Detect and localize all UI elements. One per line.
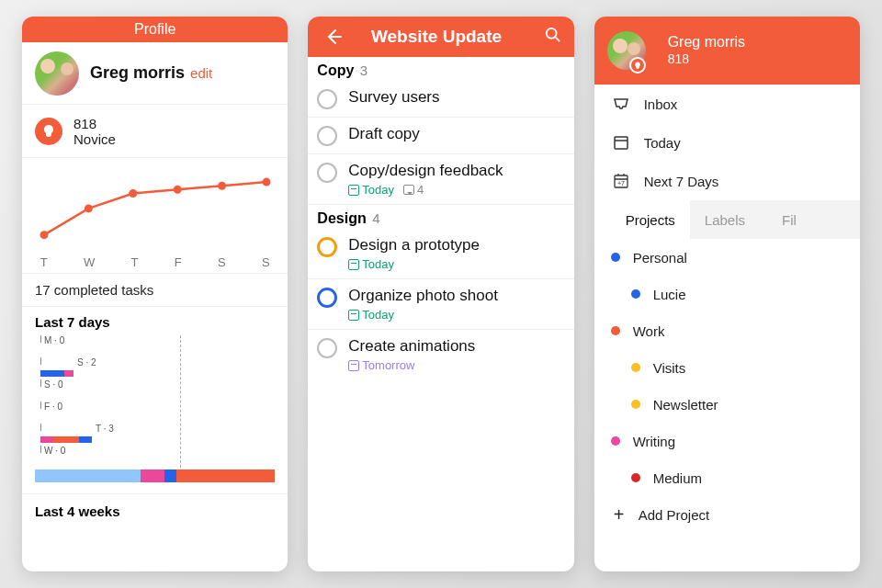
avatar[interactable]: [35, 51, 79, 96]
nav-label: Inbox: [644, 96, 678, 112]
section-header[interactable]: Design 4: [308, 205, 573, 229]
task-name: Organize photo shoot: [348, 287, 562, 305]
plus-icon: +: [611, 504, 628, 526]
section-header[interactable]: Copy 3: [308, 57, 573, 81]
day-bar-label: M · 0: [44, 335, 64, 345]
svg-point-1: [85, 204, 93, 212]
task-checkbox[interactable]: [317, 338, 337, 358]
project-color-dot: [631, 289, 640, 299]
nav-next7[interactable]: +7 Next 7 Days: [594, 162, 860, 200]
day-bar-label: T · 3: [96, 424, 114, 434]
task-checkbox[interactable]: [317, 237, 337, 257]
calendar-icon: [348, 185, 359, 196]
axis-tick: S: [262, 255, 270, 269]
karma-row[interactable]: 818 Novice: [22, 105, 288, 158]
project-item[interactable]: Medium: [594, 459, 860, 496]
day-bar-row: S · 0: [35, 379, 275, 400]
day-bar-label: S · 0: [44, 379, 63, 390]
due-badge: Today: [348, 308, 394, 322]
task-row[interactable]: Draft copy: [308, 118, 573, 154]
bulb-icon: [35, 118, 62, 145]
day-bar-row: T · 3: [35, 424, 275, 444]
karma-line-chart: TWTFSS: [22, 158, 288, 274]
comment-icon: [403, 185, 414, 195]
project-color-dot: [611, 436, 620, 446]
tab-filters[interactable]: Fil: [782, 212, 797, 228]
tab-projects[interactable]: Projects: [611, 200, 690, 239]
project-item[interactable]: Personal: [594, 239, 860, 276]
profile-screen: Profile Greg morris edit 818 Novice TWTF…: [22, 17, 288, 571]
menu-user-name: Greg morris: [668, 34, 745, 51]
total-bar: [35, 469, 275, 484]
task-checkbox[interactable]: [317, 163, 337, 183]
add-project-label: Add Project: [639, 507, 710, 523]
axis-tick: T: [130, 255, 138, 269]
karma-badge: [629, 57, 646, 74]
task-name: Design a prototype: [348, 236, 562, 254]
task-row[interactable]: Survey users: [308, 81, 573, 118]
axis-tick: W: [84, 255, 95, 269]
karma-level: Novice: [74, 131, 116, 147]
calendar-icon: [348, 310, 359, 321]
nav-today[interactable]: Today: [594, 123, 860, 162]
project-screen: Website Update Copy 3 Survey users Draft…: [308, 17, 573, 571]
nav-label: Next 7 Days: [644, 174, 719, 189]
day-bar-row: S · 2: [35, 357, 275, 378]
task-row[interactable]: Copy/design feedback Today4: [308, 154, 573, 205]
last-7-days-section: Last 7 days M · 0S · 2S · 0F · 0T · 3W ·…: [22, 307, 288, 494]
project-color-dot: [611, 253, 620, 262]
project-item[interactable]: Work: [594, 312, 860, 349]
task-row[interactable]: Organize photo shoot Today: [308, 279, 573, 330]
project-header: Website Update: [308, 17, 573, 57]
project-color-dot: [611, 326, 620, 335]
add-project-button[interactable]: + Add Project: [594, 496, 860, 533]
karma-score: 818: [74, 116, 116, 131]
due-badge: Today: [348, 257, 394, 271]
search-icon: [545, 27, 561, 43]
task-checkbox[interactable]: [317, 288, 337, 308]
completed-tasks-text: 17 completed tasks: [22, 274, 288, 307]
profile-title: Profile: [134, 21, 175, 38]
project-name: Newsletter: [653, 397, 718, 413]
due-badge: Tomorrow: [348, 358, 414, 372]
profile-header: Profile: [22, 17, 288, 42]
calendar-7-icon: +7: [611, 174, 631, 188]
project-name: Work: [633, 323, 665, 339]
tab-labels[interactable]: Labels: [705, 212, 745, 228]
section-count: 4: [372, 210, 379, 226]
svg-point-2: [129, 189, 137, 198]
comments-badge: 4: [403, 183, 424, 197]
project-item[interactable]: Lucie: [594, 276, 860, 312]
day-bar-row: F · 0: [35, 401, 275, 422]
svg-point-3: [174, 186, 182, 194]
task-checkbox[interactable]: [317, 126, 337, 146]
edit-link[interactable]: edit: [190, 65, 212, 81]
bulb-icon: [634, 62, 641, 70]
task-row[interactable]: Create animations Tomorrow: [308, 330, 573, 379]
project-item[interactable]: Writing: [594, 423, 860, 459]
last-7-days-title: Last 7 days: [35, 314, 275, 330]
task-checkbox[interactable]: [317, 89, 337, 109]
day-bar-label: S · 2: [77, 357, 96, 368]
profile-user-row[interactable]: Greg morris edit: [22, 42, 288, 105]
project-item[interactable]: Visits: [594, 349, 860, 386]
project-item[interactable]: Newsletter: [594, 386, 860, 423]
calendar-icon: [348, 259, 359, 270]
tabs-row: Projects Labels Fil: [594, 200, 860, 239]
avatar-wrap: [607, 31, 657, 70]
search-button[interactable]: [541, 23, 565, 51]
project-name: Visits: [653, 360, 686, 376]
menu-user-info: Greg morris 818: [668, 34, 745, 67]
nav-inbox[interactable]: Inbox: [594, 85, 860, 123]
svg-point-0: [40, 231, 49, 239]
task-name: Copy/design feedback: [348, 162, 562, 180]
menu-header[interactable]: Greg morris 818: [594, 17, 860, 85]
axis-tick: F: [175, 255, 182, 269]
day-bar-row: M · 0: [35, 335, 275, 356]
task-name: Survey users: [348, 88, 562, 107]
axis-tick: S: [218, 255, 226, 269]
profile-user-name: Greg morris: [90, 63, 185, 83]
project-name: Personal: [633, 250, 687, 266]
tab-labels-filters: Labels Fil: [690, 200, 860, 239]
task-row[interactable]: Design a prototype Today: [308, 229, 573, 279]
